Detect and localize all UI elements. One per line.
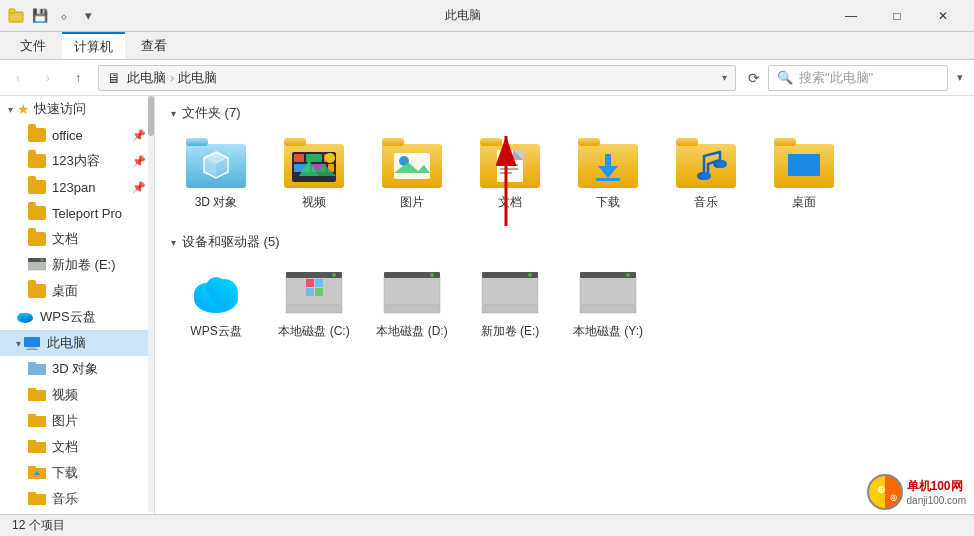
drive-item-d[interactable]: 本地磁盘 (D:) — [367, 261, 457, 346]
window-controls: — □ ✕ — [828, 0, 966, 32]
ribbon-tab-view[interactable]: 查看 — [129, 32, 179, 59]
drives-section-header[interactable]: ▾ 设备和驱动器 (5) — [171, 233, 958, 251]
drive-item-y[interactable]: 本地磁盘 (Y:) — [563, 261, 653, 346]
svg-rect-81 — [286, 305, 342, 313]
folder-item-doc[interactable]: A 文档 — [465, 132, 555, 217]
sidebar-scrollbar[interactable] — [148, 96, 154, 512]
sidebar-item-image-sub[interactable]: 图片 — [0, 408, 154, 434]
folder-icon-image-large — [382, 138, 442, 190]
watermark: ⊕ ◎ 单机100网 danji100.com — [859, 470, 974, 514]
folder-icon-doc-sub — [28, 438, 46, 456]
address-dropdown-arrow[interactable]: ▾ — [722, 72, 727, 83]
svg-rect-78 — [315, 279, 323, 287]
close-button[interactable]: ✕ — [920, 0, 966, 32]
watermark-logo-circle: ◎ — [890, 493, 897, 502]
item-count: 12 个项目 — [12, 517, 65, 534]
search-box[interactable]: 🔍 搜索"此电脑" — [768, 65, 948, 91]
drive-label-y: 本地磁盘 (Y:) — [573, 323, 643, 340]
sidebar-item-this-pc[interactable]: ▾ 此电脑 — [0, 330, 154, 356]
sidebar-item-doc[interactable]: 文档 — [0, 226, 154, 252]
forward-button[interactable]: › — [34, 64, 62, 92]
sidebar-label-download: 下载 — [52, 464, 78, 482]
sidebar-item-3d[interactable]: 3D 对象 — [0, 356, 154, 382]
content-area: ▾ 文件夹 (7) 3D 对象 — [155, 96, 974, 514]
sidebar-item-teleport[interactable]: Teleport Pro — [0, 200, 154, 226]
svg-rect-33 — [294, 154, 304, 162]
watermark-text-container: 单机100网 danji100.com — [907, 478, 966, 506]
svg-point-7 — [25, 314, 32, 321]
up-button[interactable]: ↑ — [64, 64, 92, 92]
sidebar-item-wps[interactable]: WPS云盘 — [0, 304, 154, 330]
folder-label-desktop: 桌面 — [792, 194, 816, 211]
folder-item-desktop[interactable]: 桌面 — [759, 132, 849, 217]
qat-properties[interactable]: ⬦ — [54, 6, 74, 26]
sidebar-item-newvol[interactable]: 新加卷 (E:) — [0, 252, 154, 278]
folder-icon-doc — [28, 230, 46, 248]
svg-rect-23 — [28, 492, 36, 495]
sidebar-label-123neirong: 123内容 — [52, 152, 100, 170]
sidebar-item-123neirong[interactable]: 123内容 📌 — [0, 148, 154, 174]
drive-label-c: 本地磁盘 (C:) — [278, 323, 349, 340]
svg-rect-12 — [28, 362, 36, 365]
sidebar-item-office[interactable]: office 📌 — [0, 122, 154, 148]
drive-icon-newvol — [28, 256, 46, 274]
svg-rect-43 — [382, 138, 404, 146]
wps-cloud-icon — [16, 308, 34, 326]
folder-icon-desktop-large — [774, 138, 834, 190]
sidebar-item-desktop[interactable]: 桌面 — [0, 278, 154, 304]
sidebar-item-video-sub[interactable]: 视频 — [0, 382, 154, 408]
quick-access-arrow: ▾ — [8, 104, 13, 115]
minimize-button[interactable]: — — [828, 0, 874, 32]
drive-grid: WPS云盘 本地磁盘 (C:) — [171, 261, 958, 346]
drive-icon-wps — [186, 267, 246, 319]
pin-icon-123pan: 📌 — [132, 181, 146, 194]
sidebar-item-download-sub[interactable]: 下载 — [0, 460, 154, 486]
expand-button[interactable]: ▾ — [950, 65, 970, 91]
drive-item-wps[interactable]: WPS云盘 — [171, 261, 261, 346]
folder-item-video[interactable]: 视频 — [269, 132, 359, 217]
svg-text:A: A — [502, 155, 508, 164]
folder-icon-music-sub — [28, 490, 46, 508]
folder-item-download[interactable]: 下载 — [563, 132, 653, 217]
this-pc-expand-arrow: ▾ — [16, 338, 21, 349]
address-part1: 此电脑 — [127, 69, 166, 87]
folders-section-header[interactable]: ▾ 文件夹 (7) — [171, 104, 958, 122]
qat-save[interactable]: 💾 — [30, 6, 50, 26]
drive-item-e[interactable]: 新加卷 (E:) — [465, 261, 555, 346]
ribbon-tab-computer[interactable]: 计算机 — [62, 32, 125, 59]
svg-point-66 — [717, 160, 727, 168]
title-bar-icons — [8, 8, 24, 24]
svg-rect-18 — [28, 440, 36, 443]
maximize-button[interactable]: □ — [874, 0, 920, 32]
folder-item-music[interactable]: 音乐 — [661, 132, 751, 217]
sidebar-item-123pan[interactable]: 123pan 📌 — [0, 174, 154, 200]
svg-rect-9 — [28, 347, 36, 349]
svg-rect-54 — [500, 172, 512, 174]
pin-icon-office: 📌 — [132, 129, 146, 142]
svg-point-76 — [332, 273, 336, 277]
sidebar-item-music-sub[interactable]: 音乐 — [0, 486, 154, 512]
folder-label-video: 视频 — [302, 194, 326, 211]
ribbon: 文件 计算机 查看 — [0, 32, 974, 60]
drive-label-e: 新加卷 (E:) — [481, 323, 540, 340]
svg-rect-53 — [500, 168, 518, 170]
address-bar[interactable]: 🖥 此电脑 › 此电脑 ▾ — [98, 65, 736, 91]
quick-access-toolbar: 💾 ⬦ ▾ — [30, 6, 98, 26]
quick-access-star-icon: ★ — [17, 101, 30, 117]
svg-point-41 — [325, 153, 335, 163]
drives-arrow: ▾ — [171, 237, 176, 248]
sidebar-quick-access-header[interactable]: ▾ ★ 快速访问 — [0, 96, 154, 122]
folder-item-3d[interactable]: 3D 对象 — [171, 132, 261, 217]
window-title: 此电脑 — [98, 7, 828, 24]
sidebar-item-doc-sub[interactable]: 文档 — [0, 434, 154, 460]
status-bar: 12 个项目 — [0, 514, 974, 536]
back-button[interactable]: ‹ — [4, 64, 32, 92]
ribbon-tab-file[interactable]: 文件 — [8, 32, 58, 59]
svg-rect-15 — [28, 416, 46, 427]
folder-icon-desktop — [28, 282, 46, 300]
svg-rect-69 — [788, 154, 820, 176]
folder-item-image[interactable]: 图片 — [367, 132, 457, 217]
qat-dropdown[interactable]: ▾ — [78, 6, 98, 26]
drive-item-c[interactable]: 本地磁盘 (C:) — [269, 261, 359, 346]
refresh-button[interactable]: ⟳ — [742, 66, 766, 90]
